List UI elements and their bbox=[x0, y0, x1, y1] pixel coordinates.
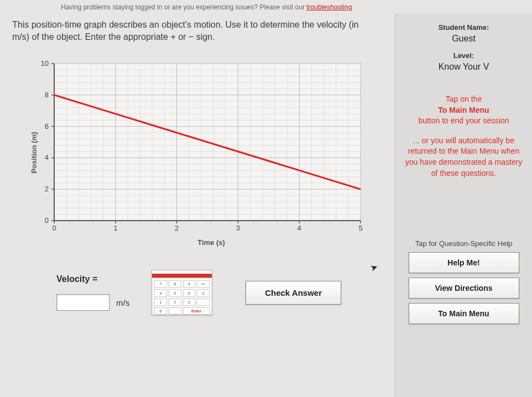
troubleshooting-link[interactable]: troubleshooting bbox=[306, 3, 352, 11]
help-label: Tap for Question-Specific Help bbox=[400, 239, 528, 248]
left-panel: This position-time graph describes an ob… bbox=[0, 13, 395, 397]
level-value: Know Your V bbox=[400, 62, 528, 72]
help-me-button[interactable]: Help Me! bbox=[409, 252, 519, 273]
input-row: m/s bbox=[56, 294, 129, 311]
unit-label: m/s bbox=[116, 298, 129, 307]
student-name-value: Guest bbox=[400, 34, 528, 44]
to-main-menu-button[interactable]: To Main Menu bbox=[409, 303, 519, 324]
svg-text:10: 10 bbox=[41, 59, 49, 67]
svg-text:4: 4 bbox=[45, 154, 49, 162]
svg-text:2: 2 bbox=[175, 224, 179, 232]
mastery-hint: ... or you will automatically be returne… bbox=[400, 135, 528, 179]
velocity-label: Velocity = bbox=[56, 274, 129, 284]
svg-text:2: 2 bbox=[45, 185, 49, 193]
right-panel: Student Name: Guest Level: Know Your V T… bbox=[395, 13, 532, 397]
chart-container: Position (m) 0123450246810 Time (s) bbox=[34, 58, 372, 247]
login-issues-note: Having problems staying logged in or are… bbox=[0, 0, 532, 13]
svg-text:5: 5 bbox=[358, 224, 362, 232]
position-time-chart: 0123450246810 bbox=[34, 58, 366, 235]
main-menu-hint: Tap on the To Main Menu button to end yo… bbox=[400, 94, 528, 127]
note-prefix: Having problems staying logged in or are… bbox=[61, 3, 306, 11]
student-name-label: Student Name: bbox=[400, 23, 528, 32]
y-axis-label: Position (m) bbox=[30, 132, 38, 173]
check-answer-button[interactable]: Check Answer bbox=[246, 281, 341, 305]
svg-text:4: 4 bbox=[298, 224, 301, 232]
svg-text:6: 6 bbox=[45, 122, 49, 130]
main-area: This position-time graph describes an ob… bbox=[0, 13, 532, 397]
svg-text:1: 1 bbox=[113, 224, 117, 232]
svg-text:0: 0 bbox=[45, 216, 49, 224]
velocity-input[interactable] bbox=[56, 294, 109, 311]
numeric-keypad[interactable]: 789+/- 456C 123. 0.Enter bbox=[152, 270, 212, 315]
x-axis-label: Time (s) bbox=[34, 238, 372, 247]
answer-row: Velocity = m/s 789+/- 456C 123. 0.Enter … bbox=[56, 270, 383, 315]
svg-text:8: 8 bbox=[45, 91, 49, 99]
velocity-block: Velocity = m/s bbox=[56, 274, 129, 311]
level-label: Level: bbox=[400, 51, 528, 60]
svg-text:0: 0 bbox=[52, 224, 56, 232]
question-text: This position-time graph describes an ob… bbox=[12, 19, 366, 43]
view-directions-button[interactable]: View Directions bbox=[409, 278, 519, 299]
svg-text:3: 3 bbox=[236, 224, 240, 232]
